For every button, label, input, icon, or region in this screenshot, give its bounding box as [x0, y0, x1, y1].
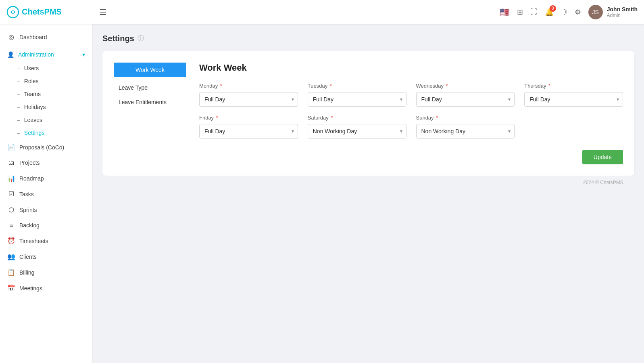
card-inner: Work Week Leave Type Leave Entitlements …: [114, 63, 623, 164]
billing-icon: 📋: [7, 269, 15, 276]
sunday-select[interactable]: Full DayHalf DayNon Working Day: [416, 124, 515, 138]
notification-icon[interactable]: 🔔 0: [545, 8, 554, 17]
info-icon[interactable]: ⓘ: [138, 34, 144, 43]
administration-submenu: Users Roles Teams Holidays Leaves Settin…: [0, 62, 92, 139]
sidebar-item-roadmap[interactable]: 📊 Roadmap: [0, 170, 92, 186]
fullscreen-icon[interactable]: ⛶: [530, 8, 538, 16]
backlog-icon: ≡: [7, 222, 15, 229]
update-button[interactable]: Update: [582, 150, 623, 164]
thursday-label: Thursday *: [524, 83, 623, 89]
friday-select-wrapper: Full DayHalf DayNon Working Day▾: [199, 124, 298, 138]
day-field-thursday: Thursday *Full DayHalf DayNon Working Da…: [524, 83, 623, 107]
tuesday-select[interactable]: Full DayHalf DayNon Working Day: [308, 92, 406, 107]
monday-label: Monday *: [199, 83, 298, 89]
saturday-required: *: [329, 115, 333, 121]
apps-icon[interactable]: ⊞: [517, 8, 523, 17]
sidebar-item-leaves[interactable]: Leaves: [0, 113, 92, 126]
dark-mode-icon[interactable]: ☽: [561, 8, 567, 17]
day-field-tuesday: Tuesday *Full DayHalf DayNon Working Day…: [308, 83, 406, 107]
username: John Smith: [607, 6, 638, 13]
sunday-select-wrapper: Full DayHalf DayNon Working Day▾: [416, 124, 515, 138]
layout: ◎ Dashboard 👤 Administration ▾ Users Rol…: [0, 24, 644, 363]
day-field-saturday: Saturday *Full DayHalf DayNon Working Da…: [308, 115, 406, 138]
page-title: Settings: [102, 34, 134, 43]
administration-icon: 👤: [7, 51, 14, 58]
sidebar-item-projects[interactable]: 🗂 Projects: [0, 155, 92, 170]
user-role: Admin: [607, 13, 638, 18]
wednesday-label: Wednesday *: [416, 83, 515, 89]
main-content: Settings ⓘ Work Week Leave Type Leave En…: [93, 24, 644, 363]
user-menu[interactable]: JS John Smith Admin: [588, 5, 638, 19]
day-field-sunday: Sunday *Full DayHalf DayNon Working Day▾: [416, 115, 515, 138]
wednesday-select[interactable]: Full DayHalf DayNon Working Day: [416, 92, 515, 107]
sidebar-item-proposals[interactable]: 📄 Proposals (CoCo): [0, 139, 92, 155]
sidebar-item-sprints[interactable]: ⬡ Sprints: [0, 202, 92, 218]
svg-point-1: [12, 11, 14, 13]
sidebar-item-teams[interactable]: Teams: [0, 88, 92, 101]
saturday-label: Saturday *: [308, 115, 406, 121]
sidebar-item-users[interactable]: Users: [0, 62, 92, 75]
sidebar-item-meetings[interactable]: 📅 Meetings: [0, 280, 92, 296]
sidebar-item-timesheets[interactable]: ⏰ Timesheets: [0, 233, 92, 249]
sidebar-item-backlog[interactable]: ≡ Backlog: [0, 218, 92, 233]
friday-required: *: [215, 115, 218, 121]
timesheets-icon: ⏰: [7, 237, 15, 245]
monday-select-wrapper: Full DayHalf DayNon Working Day▾: [199, 92, 298, 107]
sidebar-item-billing[interactable]: 📋 Billing: [0, 264, 92, 280]
roadmap-icon: 📊: [7, 174, 15, 182]
day-field-friday: Friday *Full DayHalf DayNon Working Day▾: [199, 115, 298, 138]
sidebar: ◎ Dashboard 👤 Administration ▾ Users Rol…: [0, 24, 93, 363]
sprints-icon: ⬡: [7, 206, 15, 214]
settings-icon[interactable]: ⚙: [575, 8, 581, 17]
days-grid: Monday *Full DayHalf DayNon Working Day▾…: [199, 83, 623, 138]
sidebar-item-holidays[interactable]: Holidays: [0, 101, 92, 113]
monday-select[interactable]: Full DayHalf DayNon Working Day: [199, 92, 298, 107]
monday-required: *: [219, 83, 222, 89]
navbar-right: 🇺🇸 ⊞ ⛶ 🔔 0 ☽ ⚙ JS John Smith Admin: [500, 5, 638, 19]
wednesday-required: *: [444, 83, 448, 89]
day-field-wednesday: Wednesday *Full DayHalf DayNon Working D…: [416, 83, 515, 107]
projects-icon: 🗂: [7, 159, 15, 166]
update-row: Update: [199, 150, 623, 164]
leave-type-nav-item[interactable]: Leave Type: [114, 80, 186, 95]
sidebar-item-administration[interactable]: 👤 Administration ▾: [7, 48, 85, 61]
clients-icon: 👥: [7, 253, 15, 260]
thursday-select-wrapper: Full DayHalf DayNon Working Day▾: [524, 92, 623, 107]
navbar: ChetsPMS ☰ 🇺🇸 ⊞ ⛶ 🔔 0 ☽ ⚙ JS John Smith …: [0, 0, 644, 24]
page-title-area: Settings ⓘ: [102, 34, 634, 43]
wednesday-select-wrapper: Full DayHalf DayNon Working Day▾: [416, 92, 515, 107]
sidebar-item-dashboard[interactable]: ◎ Dashboard: [0, 29, 92, 45]
sidebar-item-clients[interactable]: 👥 Clients: [0, 249, 92, 264]
footer: 2024 © ChetsPMS.: [102, 176, 634, 189]
sunday-label: Sunday *: [416, 115, 515, 121]
sunday-required: *: [435, 115, 438, 121]
thursday-required: *: [547, 83, 550, 89]
saturday-select[interactable]: Full DayHalf DayNon Working Day: [308, 124, 406, 138]
avatar: JS: [588, 5, 603, 19]
work-week-button[interactable]: Work Week: [114, 63, 186, 77]
proposals-icon: 📄: [7, 143, 15, 151]
sidebar-section-administration: 👤 Administration ▾: [0, 45, 92, 62]
saturday-select-wrapper: Full DayHalf DayNon Working Day▾: [308, 124, 406, 138]
work-week-title: Work Week: [199, 63, 623, 73]
day-field-monday: Monday *Full DayHalf DayNon Working Day▾: [199, 83, 298, 107]
dashboard-icon: ◎: [7, 33, 15, 41]
thursday-select[interactable]: Full DayHalf DayNon Working Day: [524, 92, 623, 107]
language-flag[interactable]: 🇺🇸: [500, 7, 510, 17]
card-nav: Work Week Leave Type Leave Entitlements: [114, 63, 186, 164]
tasks-icon: ☑: [7, 190, 15, 198]
hamburger-button[interactable]: ☰: [99, 7, 106, 17]
logo[interactable]: ChetsPMS: [6, 6, 95, 19]
sidebar-item-tasks[interactable]: ☑ Tasks: [0, 186, 92, 202]
leave-entitlements-nav-item[interactable]: Leave Entitlements: [114, 95, 186, 109]
tuesday-required: *: [328, 83, 332, 89]
notification-badge: 0: [550, 5, 556, 12]
friday-select[interactable]: Full DayHalf DayNon Working Day: [199, 124, 298, 138]
sidebar-item-settings[interactable]: Settings: [0, 126, 92, 139]
sidebar-item-roles[interactable]: Roles: [0, 75, 92, 88]
tuesday-select-wrapper: Full DayHalf DayNon Working Day▾: [308, 92, 406, 107]
settings-card: Work Week Leave Type Leave Entitlements …: [102, 51, 634, 176]
tuesday-label: Tuesday *: [308, 83, 406, 89]
card-content: Work Week Monday *Full DayHalf DayNon Wo…: [199, 63, 623, 164]
chevron-icon: ▾: [82, 51, 85, 58]
